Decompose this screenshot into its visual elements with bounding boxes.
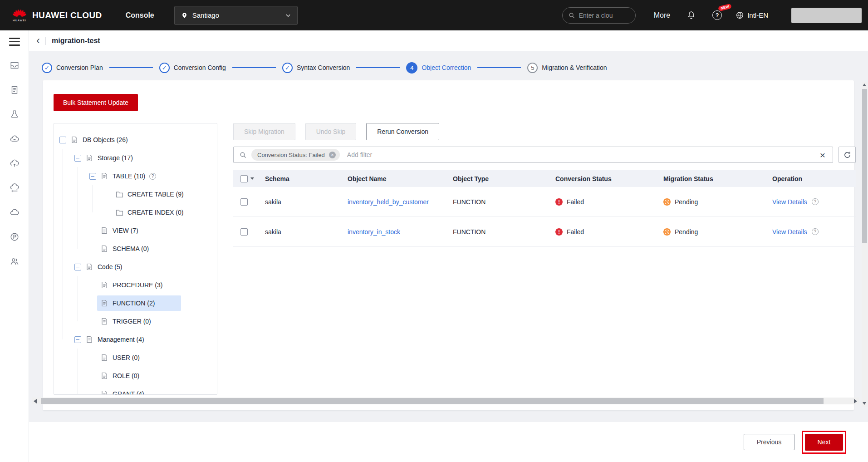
tree-node-label[interactable]: CREATE TABLE (9): [128, 191, 184, 198]
previous-button[interactable]: Previous: [744, 434, 794, 450]
tree-node-grant[interactable]: GRANT (4): [54, 385, 217, 395]
add-filter-input[interactable]: [347, 151, 818, 158]
help-icon[interactable]: ?: [812, 228, 819, 235]
help-icon[interactable]: ? NEW: [712, 10, 722, 20]
tree-node-storage[interactable]: Storage (17): [54, 149, 217, 167]
tree-node-table[interactable]: TABLE (10) ?: [54, 167, 217, 185]
row-checkbox[interactable]: [240, 228, 248, 236]
rerun-conversion-button[interactable]: Rerun Conversion: [366, 123, 439, 140]
help-icon[interactable]: ?: [812, 198, 819, 205]
collapse-toggle-icon[interactable]: [74, 264, 81, 270]
hamburger-menu-icon[interactable]: [9, 38, 20, 46]
users-icon[interactable]: [10, 256, 20, 266]
step-conversion-config[interactable]: ✓ Conversion Config: [159, 63, 226, 73]
filter-tag[interactable]: Conversion Status: Failed ×: [251, 149, 340, 161]
tree-node-label[interactable]: USER (0): [113, 354, 140, 361]
view-details-link[interactable]: View Details: [772, 198, 807, 206]
tree-node-label[interactable]: TABLE (10): [113, 172, 145, 180]
document-list-icon[interactable]: [10, 85, 20, 95]
tree-node-create-index[interactable]: CREATE INDEX (0): [54, 203, 217, 221]
cloud-outline-icon[interactable]: [10, 207, 20, 217]
filter-bar[interactable]: Conversion Status: Failed × ×: [233, 147, 833, 163]
global-search[interactable]: [562, 7, 636, 24]
tree-node-code[interactable]: Code (5): [54, 258, 217, 276]
tree-node-procedure[interactable]: PROCEDURE (3): [54, 276, 217, 294]
step-syntax-conversion[interactable]: ✓ Syntax Conversion: [282, 63, 350, 73]
horizontal-scrollbar[interactable]: [32, 398, 859, 404]
collapse-toggle-icon[interactable]: [74, 336, 81, 343]
tree-node-label[interactable]: ROLE (0): [113, 372, 139, 379]
global-search-input[interactable]: [579, 12, 630, 19]
tree-node-label[interactable]: SCHEMA (0): [113, 245, 149, 252]
step-migration-verification[interactable]: 5 Migration & Verification: [527, 63, 607, 73]
help-icon[interactable]: ?: [149, 173, 156, 180]
cloud-box-icon[interactable]: [10, 134, 20, 144]
language-selector[interactable]: Intl-EN: [736, 11, 768, 20]
scroll-left-arrow[interactable]: [34, 399, 37, 403]
tree-node-label[interactable]: DB Objects (26): [83, 136, 128, 143]
tree-node-label[interactable]: Storage (17): [98, 154, 133, 162]
selected-tree-node[interactable]: FUNCTION (2): [97, 295, 181, 311]
scroll-up-arrow[interactable]: [863, 84, 866, 86]
vertical-scrollbar[interactable]: [862, 82, 868, 407]
console-link[interactable]: Console: [126, 11, 154, 20]
footer-bar: Previous Next: [29, 422, 868, 462]
notifications-bell-icon[interactable]: [687, 10, 696, 20]
tree-node-schema[interactable]: SCHEMA (0): [54, 240, 217, 258]
filter-tag-label: Conversion Status: Failed: [257, 152, 325, 158]
collapse-toggle-icon[interactable]: [74, 155, 81, 162]
document-icon: [86, 263, 93, 270]
bulk-statement-update-button[interactable]: Bulk Statement Update: [54, 94, 138, 111]
document-icon: [101, 354, 108, 361]
tree-node-label[interactable]: VIEW (7): [113, 227, 138, 234]
top-header: HUAWEI HUAWEI CLOUD Console Santiago Mor…: [0, 0, 868, 30]
objects-section: Skip Migration Undo Skip Rerun Conversio…: [233, 123, 856, 247]
scroll-down-arrow[interactable]: [863, 402, 866, 405]
region-selector[interactable]: Santiago: [174, 6, 298, 25]
parking-circle-icon[interactable]: [10, 232, 20, 242]
cloud-upload-icon[interactable]: [10, 158, 20, 168]
object-name-link[interactable]: inventory_in_stock: [348, 228, 400, 236]
account-menu-redacted[interactable]: [791, 8, 862, 23]
step-object-correction[interactable]: 4 Object Correction: [406, 62, 471, 74]
cloud-server-icon[interactable]: [10, 183, 20, 193]
select-menu-chevron-icon[interactable]: [250, 177, 254, 180]
collapse-toggle-icon[interactable]: [89, 173, 96, 180]
huawei-logo[interactable]: HUAWEI: [13, 9, 26, 22]
skip-migration-button[interactable]: Skip Migration: [233, 123, 295, 140]
tree-node-trigger[interactable]: TRIGGER (0): [54, 312, 217, 330]
tree-node-view[interactable]: VIEW (7): [54, 221, 217, 240]
refresh-button[interactable]: [839, 147, 856, 163]
select-all-checkbox[interactable]: [240, 175, 248, 182]
tree-node-user[interactable]: USER (0): [54, 349, 217, 367]
tree-node-label[interactable]: CREATE INDEX (0): [128, 209, 183, 216]
undo-skip-button[interactable]: Undo Skip: [305, 123, 357, 140]
view-details-link[interactable]: View Details: [772, 228, 807, 236]
step-conversion-plan[interactable]: ✓ Conversion Plan: [42, 63, 103, 73]
tree-node-role[interactable]: ROLE (0): [54, 367, 217, 385]
tree-node-function[interactable]: FUNCTION (2): [54, 294, 217, 312]
flask-icon[interactable]: [10, 109, 20, 119]
tree-node-management[interactable]: Management (4): [54, 330, 217, 349]
more-link[interactable]: More: [654, 11, 670, 20]
horizontal-scroll-thumb[interactable]: [41, 398, 824, 404]
scroll-right-arrow[interactable]: [854, 399, 857, 403]
clear-filters-icon[interactable]: ×: [818, 150, 827, 160]
tree-node-db-objects[interactable]: DB Objects (26): [54, 131, 217, 149]
collapse-toggle-icon[interactable]: [59, 137, 66, 143]
remove-filter-icon[interactable]: ×: [329, 152, 336, 158]
tree-node-label[interactable]: Code (5): [98, 263, 122, 270]
tree-node-label[interactable]: GRANT (4): [113, 390, 144, 395]
tree-node-label[interactable]: Management (4): [98, 336, 144, 343]
vertical-scroll-thumb[interactable]: [862, 89, 867, 243]
object-type-cell: FUNCTION: [447, 228, 550, 236]
inbox-icon[interactable]: [10, 60, 20, 70]
tree-node-label[interactable]: PROCEDURE (3): [113, 281, 162, 289]
back-button[interactable]: ‹: [36, 35, 40, 47]
next-button[interactable]: Next: [805, 434, 843, 451]
tree-node-label[interactable]: TRIGGER (0): [113, 318, 151, 325]
row-checkbox[interactable]: [240, 198, 248, 206]
object-name-link[interactable]: inventory_held_by_customer: [348, 198, 429, 206]
tree-node-label[interactable]: FUNCTION (2): [113, 300, 155, 307]
tree-node-create-table[interactable]: CREATE TABLE (9): [54, 185, 217, 203]
